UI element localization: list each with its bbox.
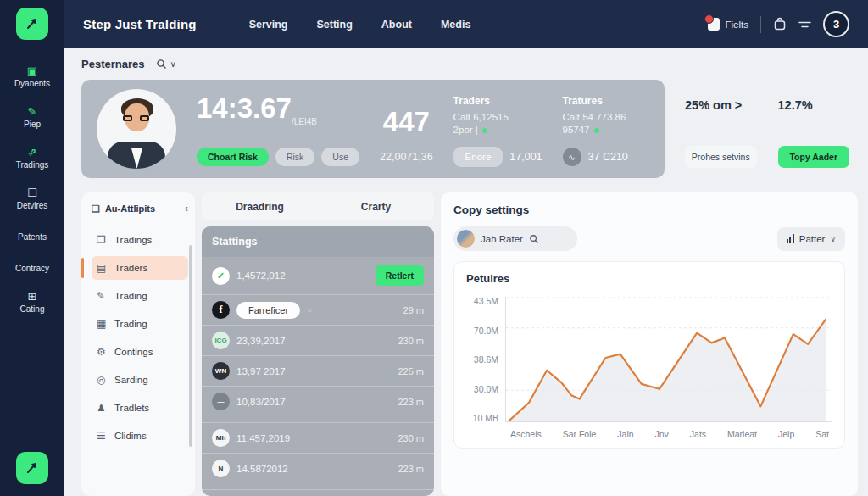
menu-item-label: Tradings xyxy=(114,235,152,245)
chart-title: Petuires xyxy=(466,272,832,285)
filter-button[interactable] xyxy=(798,20,811,30)
stattings-row[interactable]: N 14.5872012 223 m xyxy=(202,453,434,483)
top-nav-link[interactable]: Medis xyxy=(441,19,470,31)
tab[interactable]: Draadring xyxy=(202,192,318,220)
score-suffix: /LEI4B xyxy=(292,117,317,126)
stat-value: 25% om > xyxy=(685,98,757,112)
score-value: 14:3.67/LEI4B xyxy=(197,94,359,137)
stat-action-button[interactable]: Topy Aader xyxy=(778,146,850,168)
trader-search-input[interactable]: Jah Rater xyxy=(453,226,577,251)
risk-button[interactable]: Choart Risk xyxy=(197,148,269,166)
menu-item[interactable]: ♟ Tradlets xyxy=(92,396,188,420)
row-time: 29 m xyxy=(403,305,424,315)
menu-item-label: Trading xyxy=(114,291,147,301)
x-axis-labels: AschelsSar FoleJainJnvJatsMarleatJelpSat xyxy=(466,422,832,439)
x-tick-label: Jats xyxy=(690,429,706,439)
stattings-rows: ICG 23,39,2017 230 m WN 13,97 2017 225 m… xyxy=(202,325,434,496)
stattings-row[interactable]: HS 11.87,2013 1136 m xyxy=(202,489,434,496)
menu-item-icon: ⚙ xyxy=(97,346,108,358)
menu-item-label: Trading xyxy=(114,319,147,329)
status-dot-green xyxy=(482,128,487,133)
farreficer-pill-button[interactable]: Farreficer xyxy=(236,302,300,319)
menu-item-label: Clidims xyxy=(114,431,147,441)
menu-item-icon: ◎ xyxy=(97,374,108,386)
collapse-chevron-icon[interactable]: ‹ xyxy=(185,203,188,215)
menu-item[interactable]: ▤ Traders xyxy=(92,256,188,280)
bag-button[interactable] xyxy=(773,17,787,31)
menu-item-icon: ▦ xyxy=(97,318,108,330)
app-logo[interactable] xyxy=(16,8,48,40)
file-icon: ❏ xyxy=(92,203,100,215)
row-initials-badge: — xyxy=(212,393,230,410)
profile-summary-card: 14:3.67/LEI4B Choart Risk Risk Use 447 2… xyxy=(81,80,665,178)
stattings-row[interactable]: ICG 23,39,2017 230 m xyxy=(202,325,434,355)
menu-item[interactable]: ✎ Trading xyxy=(92,284,188,308)
enore-button[interactable]: Enore xyxy=(453,147,504,167)
scrollbar-thumb[interactable] xyxy=(189,245,192,447)
y-tick-label: 38.6M xyxy=(466,355,498,364)
status-dot-green xyxy=(594,128,599,133)
stat-cards: 25% om > Prohes setvins 12.7% Topy Aader xyxy=(675,80,858,178)
row-value: 1,4572,012 xyxy=(236,270,286,281)
stat-action-button[interactable]: Prohes setvins xyxy=(685,146,757,168)
risk-button[interactable]: Risk xyxy=(275,148,314,166)
stattings-row-social[interactable]: f Farreficer ○ 29 m xyxy=(202,294,434,325)
x-tick-label: Jelp xyxy=(778,429,794,439)
top-nav-link[interactable]: Setting xyxy=(316,19,352,31)
menu-item[interactable]: ⚙ Contings xyxy=(92,340,188,364)
stattings-row[interactable]: Mh 11.457,2019 230 m xyxy=(202,422,434,453)
sidebar-item-icon: ▣ xyxy=(27,65,37,76)
menu-item-icon: ▤ xyxy=(97,262,108,274)
arrow-up-right-icon xyxy=(25,16,40,31)
top-nav-link[interactable]: About xyxy=(381,19,412,31)
tratures-title: Tratures xyxy=(563,95,628,107)
drop-icon: ○ xyxy=(307,305,312,315)
copy-settings-panel: Copy settings Jah Rater Patter ∨ xyxy=(441,192,858,496)
sidebar-item-label: Detvires xyxy=(17,201,48,210)
copy-settings-title: Copy settings xyxy=(453,203,845,216)
sidebar-item[interactable]: ▣ Dyanents xyxy=(14,65,50,88)
menu-item[interactable]: ▦ Trading xyxy=(92,312,188,336)
menu-item[interactable]: ☰ Clidims xyxy=(92,424,188,448)
page-title: Pesternares xyxy=(81,58,144,70)
top-nav-link[interactable]: Serving xyxy=(249,19,288,31)
traders-title: Traders xyxy=(453,95,542,107)
sidebar-item-label: Tradings xyxy=(16,160,49,170)
x-tick-label: Aschels xyxy=(510,429,542,439)
tab-bar: DraadringCrarty xyxy=(202,192,434,220)
stattings-row-primary[interactable]: ✓ 1,4572,012 Retlert xyxy=(202,257,434,294)
menu-item[interactable]: ◎ Sarding xyxy=(92,368,188,392)
sidebar-item[interactable]: Contracy xyxy=(15,259,49,273)
sidebar-item[interactable]: ☐ Detvires xyxy=(17,187,48,210)
count-block: 447 22,0071,36 xyxy=(380,89,433,169)
sidebar-item[interactable]: ⊞ Cating xyxy=(20,291,45,314)
row-time: 230 m xyxy=(398,433,424,443)
menu-item[interactable]: ❐ Tradings xyxy=(92,228,188,252)
chart-plot-area xyxy=(505,297,832,422)
sidebar-item[interactable]: Patents xyxy=(18,228,47,242)
divider xyxy=(760,16,761,33)
tratures-value: 37 C210 xyxy=(588,151,628,163)
app-logo-bottom[interactable] xyxy=(16,452,48,484)
returns-chart-card: Petuires 43.5M70.0M38.6M30.0M10 MB Asche… xyxy=(453,261,845,449)
chart-plot-svg xyxy=(506,297,832,421)
fiels-button[interactable]: Fielts xyxy=(708,18,748,31)
notification-count-badge[interactable]: 3 xyxy=(823,11,849,37)
menu-item-label: Tradlets xyxy=(114,403,149,413)
menu-header: ❏ Au-Attlipits ‹ xyxy=(92,203,188,215)
patter-filter-dropdown[interactable]: Patter ∨ xyxy=(777,227,845,251)
tratures-column: Tratures Calt 54.773.86 95747 ∿ 37 C210 xyxy=(563,89,628,169)
stattings-row[interactable]: — 10,83/2017 223 m xyxy=(202,386,434,416)
sidebar-nav: ▣ Dyanents ✎ Piep ⇗ Tradings ☐ Detvires … xyxy=(14,65,50,314)
stattings-panel: Stattings ✓ 1,4572,012 Retlert f Farrefi… xyxy=(202,226,434,496)
row-time: 223 m xyxy=(398,397,424,407)
sidebar-item[interactable]: ⇗ Tradings xyxy=(16,147,49,170)
tratures-line2: 95747 xyxy=(563,124,590,137)
notification-doc-icon xyxy=(708,18,720,31)
page-search-button[interactable]: ∨ xyxy=(156,59,175,70)
tab[interactable]: Crarty xyxy=(318,192,434,220)
stattings-row[interactable]: WN 13,97 2017 225 m xyxy=(202,355,434,386)
retlert-button[interactable]: Retlert xyxy=(376,265,424,286)
risk-button[interactable]: Use xyxy=(321,148,359,166)
sidebar-item[interactable]: ✎ Piep xyxy=(24,106,41,129)
